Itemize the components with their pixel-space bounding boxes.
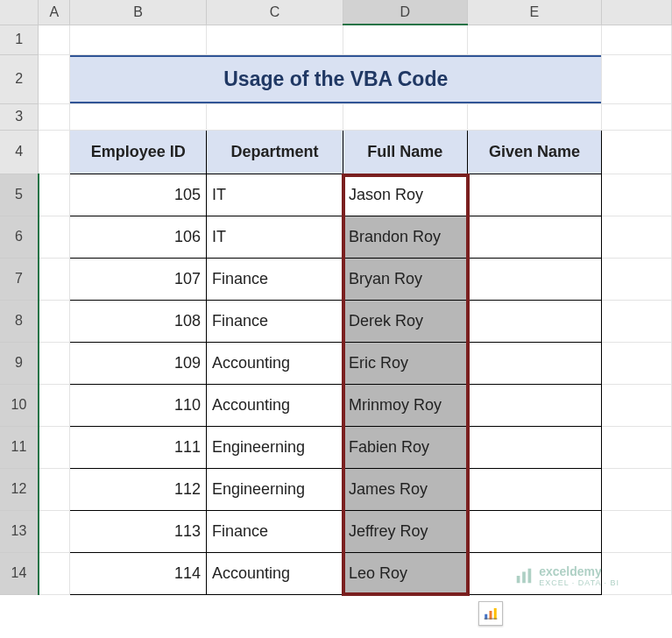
cell-empid[interactable]: 106 bbox=[70, 216, 207, 258]
cell-empid[interactable]: 113 bbox=[70, 510, 207, 552]
cell-dept[interactable]: Engineerning bbox=[207, 426, 343, 468]
cell-A3[interactable] bbox=[39, 103, 70, 130]
cell-F6[interactable] bbox=[602, 216, 672, 258]
quick-analysis-icon[interactable] bbox=[478, 601, 503, 626]
row-header-11[interactable]: 11 bbox=[0, 426, 39, 468]
cell-D1[interactable] bbox=[343, 25, 467, 54]
select-all-corner[interactable] bbox=[0, 0, 39, 25]
cell-A12[interactable] bbox=[39, 468, 70, 510]
cell-A10[interactable] bbox=[39, 384, 70, 426]
row-header-2[interactable]: 2 bbox=[0, 54, 39, 103]
cell-fullname[interactable]: James Roy bbox=[343, 468, 467, 510]
cell-fullname[interactable]: Mrinmoy Roy bbox=[343, 384, 467, 426]
cell-given[interactable] bbox=[467, 384, 602, 426]
cell-A11[interactable] bbox=[39, 426, 70, 468]
cell-E3[interactable] bbox=[467, 103, 602, 130]
cell-dept[interactable]: IT bbox=[207, 174, 343, 216]
cell-F12[interactable] bbox=[602, 468, 672, 510]
spreadsheet-grid[interactable]: A B C D E 1 2 Usage of the VBA Code 3 4 bbox=[0, 0, 672, 595]
cell-A2[interactable] bbox=[39, 54, 70, 103]
row-header-6[interactable]: 6 bbox=[0, 216, 39, 258]
cell-F7[interactable] bbox=[602, 258, 672, 300]
cell-empid[interactable]: 110 bbox=[70, 384, 207, 426]
cell-dept[interactable]: Finance bbox=[207, 258, 343, 300]
title-cell[interactable]: Usage of the VBA Code bbox=[70, 54, 602, 103]
row-header-3[interactable]: 3 bbox=[0, 103, 39, 130]
cell-fullname[interactable]: Brandon Roy bbox=[343, 216, 467, 258]
cell-fullname[interactable]: Jeffrey Roy bbox=[343, 510, 467, 552]
cell-A9[interactable] bbox=[39, 342, 70, 384]
cell-empid[interactable]: 105 bbox=[70, 174, 207, 216]
cell-fullname[interactable]: Fabien Roy bbox=[343, 426, 467, 468]
cell-F11[interactable] bbox=[602, 426, 672, 468]
header-given-name[interactable]: Given Name bbox=[467, 130, 602, 174]
col-header-A[interactable]: A bbox=[39, 0, 70, 25]
cell-A7[interactable] bbox=[39, 258, 70, 300]
cell-empid[interactable]: 107 bbox=[70, 258, 207, 300]
col-header-B[interactable]: B bbox=[70, 0, 207, 25]
cell-given[interactable] bbox=[467, 216, 602, 258]
cell-fullname[interactable]: Bryan Roy bbox=[343, 258, 467, 300]
cell-dept[interactable]: Accounting bbox=[207, 384, 343, 426]
cell-given[interactable] bbox=[467, 342, 602, 384]
row-header-5[interactable]: 5 bbox=[0, 174, 39, 216]
cell-dept[interactable]: Finance bbox=[207, 300, 343, 342]
cell-A14[interactable] bbox=[39, 552, 70, 594]
row-header-12[interactable]: 12 bbox=[0, 468, 39, 510]
header-employee-id[interactable]: Employee ID bbox=[70, 130, 207, 174]
col-header-blank[interactable] bbox=[602, 0, 672, 25]
header-full-name[interactable]: Full Name bbox=[343, 130, 467, 174]
row-header-9[interactable]: 9 bbox=[0, 342, 39, 384]
cell-fullname[interactable]: Leo Roy bbox=[343, 552, 467, 594]
row-header-8[interactable]: 8 bbox=[0, 300, 39, 342]
cell-empid[interactable]: 111 bbox=[70, 426, 207, 468]
cell-F5[interactable] bbox=[602, 174, 672, 216]
cell-B3[interactable] bbox=[70, 103, 207, 130]
cell-given[interactable] bbox=[467, 174, 602, 216]
cell-E1[interactable] bbox=[467, 25, 602, 54]
cell-fullname[interactable]: Jason Roy bbox=[343, 174, 467, 216]
cell-F3[interactable] bbox=[602, 103, 672, 130]
row-header-14[interactable]: 14 bbox=[0, 552, 39, 594]
cell-dept[interactable]: Accounting bbox=[207, 552, 343, 594]
cell-D3[interactable] bbox=[343, 103, 467, 130]
cell-C1[interactable] bbox=[207, 25, 343, 54]
cell-F1[interactable] bbox=[602, 25, 672, 54]
cell-A13[interactable] bbox=[39, 510, 70, 552]
cell-fullname[interactable]: Derek Roy bbox=[343, 300, 467, 342]
cell-dept[interactable]: Accounting bbox=[207, 342, 343, 384]
cell-dept[interactable]: Finance bbox=[207, 510, 343, 552]
cell-dept[interactable]: Engineerning bbox=[207, 468, 343, 510]
cell-given[interactable] bbox=[467, 468, 602, 510]
cell-empid[interactable]: 114 bbox=[70, 552, 207, 594]
row-header-4[interactable]: 4 bbox=[0, 130, 39, 174]
cell-F8[interactable] bbox=[602, 300, 672, 342]
row-header-10[interactable]: 10 bbox=[0, 384, 39, 426]
cell-given[interactable] bbox=[467, 426, 602, 468]
cell-C3[interactable] bbox=[207, 103, 343, 130]
cell-A6[interactable] bbox=[39, 216, 70, 258]
cell-given[interactable] bbox=[467, 258, 602, 300]
header-department[interactable]: Department bbox=[207, 130, 343, 174]
cell-F13[interactable] bbox=[602, 510, 672, 552]
cell-A4[interactable] bbox=[39, 130, 70, 174]
cell-F9[interactable] bbox=[602, 342, 672, 384]
cell-F10[interactable] bbox=[602, 384, 672, 426]
cell-dept[interactable]: IT bbox=[207, 216, 343, 258]
cell-empid[interactable]: 112 bbox=[70, 468, 207, 510]
cell-F2[interactable] bbox=[602, 54, 672, 103]
cell-empid[interactable]: 108 bbox=[70, 300, 207, 342]
col-header-E[interactable]: E bbox=[467, 0, 602, 25]
cell-given[interactable] bbox=[467, 510, 602, 552]
cell-given[interactable] bbox=[467, 300, 602, 342]
row-header-1[interactable]: 1 bbox=[0, 25, 39, 54]
cell-empid[interactable]: 109 bbox=[70, 342, 207, 384]
cell-A1[interactable] bbox=[39, 25, 70, 54]
cell-fullname[interactable]: Eric Roy bbox=[343, 342, 467, 384]
cell-B1[interactable] bbox=[70, 25, 207, 54]
cell-F4[interactable] bbox=[602, 130, 672, 174]
row-header-7[interactable]: 7 bbox=[0, 258, 39, 300]
col-header-D[interactable]: D bbox=[343, 0, 467, 25]
col-header-C[interactable]: C bbox=[207, 0, 343, 25]
cell-A8[interactable] bbox=[39, 300, 70, 342]
